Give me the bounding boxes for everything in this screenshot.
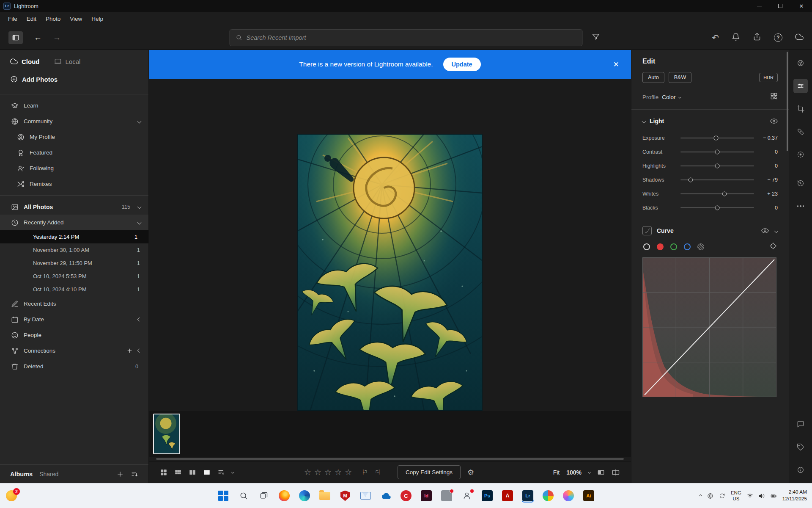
sidebar-item-all-photos[interactable]: All Photos 115 (0, 199, 148, 215)
eye-icon[interactable] (770, 117, 778, 125)
cloud-sync-button[interactable] (795, 33, 804, 43)
sidebar-item-people[interactable]: People (0, 327, 148, 343)
masking-tool-button[interactable] (793, 147, 808, 162)
chevron-down-icon[interactable] (774, 229, 779, 233)
hdr-button[interactable]: HDR (759, 73, 778, 82)
sidebar-item-connections[interactable]: Connections (0, 343, 148, 359)
undo-button[interactable]: ↶ (712, 33, 719, 43)
firefox-app[interactable] (278, 490, 290, 502)
star-rating[interactable]: ☆☆☆☆☆ (304, 467, 355, 477)
sort-albums-icon[interactable] (131, 470, 138, 478)
auto-button[interactable]: Auto (642, 72, 664, 83)
slider-thumb[interactable] (722, 191, 727, 196)
close-button[interactable]: ✕ (791, 0, 812, 12)
slider-track[interactable] (680, 163, 754, 169)
copy-edit-settings-button[interactable]: Copy Edit Settings (398, 465, 461, 479)
file-explorer-app[interactable] (319, 490, 331, 502)
share-button[interactable] (753, 33, 761, 43)
taskbar-search-button[interactable] (238, 490, 250, 502)
menu-file[interactable]: File (3, 16, 22, 22)
battery-icon[interactable] (771, 493, 777, 499)
tab-local[interactable]: Local (54, 58, 81, 65)
menu-help[interactable]: Help (87, 16, 108, 22)
add-photos-button[interactable]: Add Photos (0, 71, 148, 91)
targeted-adjustment-icon[interactable] (769, 242, 777, 251)
mail-app[interactable] (359, 490, 371, 502)
notifier-app[interactable] (441, 490, 453, 502)
square-grid-view-icon[interactable] (174, 469, 182, 476)
add-album-icon[interactable] (116, 470, 124, 478)
channel-blue[interactable] (684, 243, 691, 250)
minimize-button[interactable] (749, 0, 770, 12)
eye-icon[interactable] (761, 227, 769, 235)
tray-sync-icon[interactable] (719, 493, 725, 499)
split-view-icon[interactable] (612, 468, 620, 477)
back-button[interactable]: ← (34, 33, 42, 42)
slider-track[interactable] (680, 191, 754, 197)
profile-value-dropdown[interactable]: Color (662, 94, 680, 100)
language-switcher[interactable]: ENG US (731, 490, 741, 502)
help-button[interactable]: ? (774, 33, 782, 42)
sidebar-item-recent-edits[interactable]: Recent Edits (0, 296, 148, 312)
sort-group[interactable] (217, 469, 234, 476)
maximize-button[interactable] (770, 0, 791, 12)
slider-track[interactable] (680, 177, 754, 183)
edit-panel-scrollbar[interactable] (787, 52, 788, 151)
banner-close-button[interactable]: ✕ (613, 60, 619, 69)
before-after-icon[interactable] (597, 469, 605, 476)
acrobat-app[interactable]: A (502, 490, 513, 502)
illustrator-app[interactable]: Ai (583, 490, 595, 502)
versions-button[interactable] (793, 176, 808, 190)
filmstrip-thumbnail-selected[interactable] (153, 414, 180, 454)
notifications-button[interactable] (732, 33, 740, 43)
channel-red-selected[interactable] (657, 243, 664, 250)
profile-browse-button[interactable] (770, 92, 778, 102)
slider-track[interactable] (680, 205, 754, 211)
plus-icon[interactable] (126, 348, 133, 354)
sidebar-item-learn[interactable]: Learn (0, 98, 148, 113)
fit-label[interactable]: Fit (553, 469, 560, 476)
sidebar-item-deleted[interactable]: Deleted 0 (0, 359, 148, 374)
tray-network-icon[interactable] (707, 493, 713, 499)
onedrive-app[interactable] (380, 490, 392, 502)
slider-track[interactable] (680, 149, 754, 155)
chevron-left-icon[interactable] (137, 318, 142, 322)
pick-flag-icon[interactable]: ⚐ (362, 468, 368, 476)
wifi-icon[interactable] (747, 493, 753, 499)
photo-grid-view-icon[interactable] (160, 469, 167, 476)
info-button[interactable] (793, 463, 808, 477)
copilot-app[interactable] (562, 490, 574, 502)
tray-expand-icon[interactable] (699, 494, 702, 497)
reject-flag-icon[interactable]: ⚐ (375, 468, 381, 476)
shared-label[interactable]: Shared (39, 471, 58, 478)
lightroom-app-taskbar[interactable]: Lr (522, 490, 534, 502)
tone-curve-graph[interactable] (642, 257, 776, 397)
feedback-button[interactable] (793, 417, 808, 431)
crop-tool-button[interactable] (793, 102, 808, 116)
update-button[interactable]: Update (443, 58, 481, 71)
channel-green[interactable] (670, 243, 677, 250)
filter-button[interactable] (592, 33, 600, 42)
slider-thumb[interactable] (689, 177, 693, 182)
sidebar-item-community[interactable]: Community (0, 113, 148, 129)
channel-neutral[interactable] (643, 243, 650, 250)
date-group-row[interactable]: Yesterday 2:14 PM 1 (0, 230, 148, 243)
indesign-app[interactable]: Id (420, 490, 432, 502)
date-group-row[interactable]: Oct 10, 2024 5:53 PM 1 (0, 270, 148, 283)
chevron-down-icon[interactable] (137, 221, 142, 225)
more-options-button[interactable] (793, 199, 808, 213)
volume-icon[interactable] (759, 493, 765, 499)
albums-label[interactable]: Albums (10, 471, 33, 478)
mcafee-app[interactable]: M (339, 490, 351, 502)
channel-point-curve[interactable] (697, 243, 704, 250)
sidebar-item-recently-added[interactable]: Recently Added (0, 215, 148, 230)
detail-view-icon[interactable] (203, 469, 211, 476)
edit-tool-button[interactable] (793, 79, 808, 93)
clock[interactable]: 2:40 AM 12/11/2025 (782, 489, 807, 502)
sidebar-item-remixes[interactable]: Remixes (0, 176, 148, 192)
search-bar[interactable] (230, 29, 583, 46)
slider-thumb[interactable] (715, 205, 720, 210)
sidebar-item-by-date[interactable]: By Date (0, 312, 148, 327)
filmstrip-scrollbar[interactable] (149, 457, 631, 461)
healing-tool-button[interactable] (793, 124, 808, 139)
